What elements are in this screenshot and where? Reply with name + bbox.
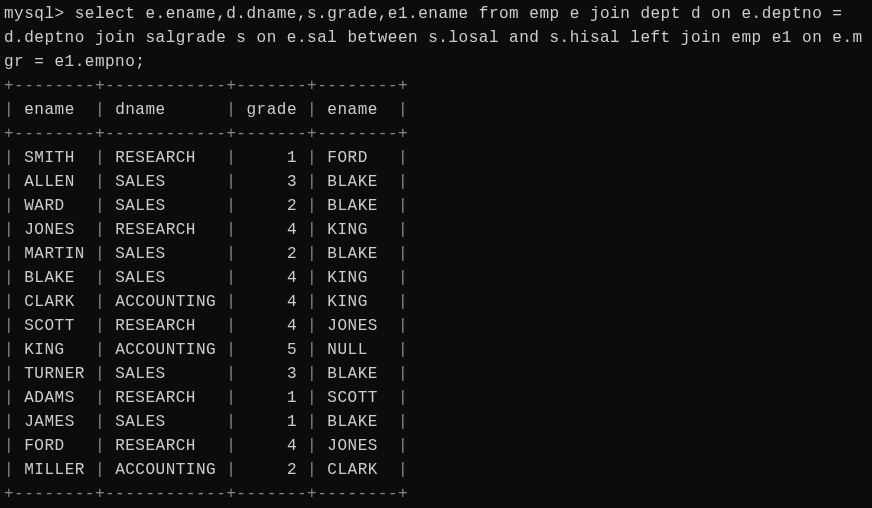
table-row: | BLAKE | SALES | 4 | KING | xyxy=(4,266,868,290)
table-row: | JONES | RESEARCH | 4 | KING | xyxy=(4,218,868,242)
sql-query: select e.ename,d.dname,s.grade,e1.ename … xyxy=(4,5,863,71)
table-row: | WARD | SALES | 2 | BLAKE | xyxy=(4,194,868,218)
table-row: | FORD | RESEARCH | 4 | JONES | xyxy=(4,434,868,458)
table-separator: +--------+------------+-------+--------+ xyxy=(4,482,868,506)
table-separator: +--------+------------+-------+--------+ xyxy=(4,74,868,98)
sql-prompt-line: mysql> select e.ename,d.dname,s.grade,e1… xyxy=(4,2,868,74)
result-table: +--------+------------+-------+--------+… xyxy=(4,74,868,506)
table-row: | JAMES | SALES | 1 | BLAKE | xyxy=(4,410,868,434)
table-row: | ALLEN | SALES | 3 | BLAKE | xyxy=(4,170,868,194)
table-row: | ADAMS | RESEARCH | 1 | SCOTT | xyxy=(4,386,868,410)
table-row: | CLARK | ACCOUNTING | 4 | KING | xyxy=(4,290,868,314)
table-header-row: | ename | dname | grade | ename | xyxy=(4,98,868,122)
table-row: | TURNER | SALES | 3 | BLAKE | xyxy=(4,362,868,386)
table-separator: +--------+------------+-------+--------+ xyxy=(4,122,868,146)
prompt-label: mysql> xyxy=(4,5,65,23)
table-row: | SMITH | RESEARCH | 1 | FORD | xyxy=(4,146,868,170)
table-row: | KING | ACCOUNTING | 5 | NULL | xyxy=(4,338,868,362)
table-row: | MILLER | ACCOUNTING | 2 | CLARK | xyxy=(4,458,868,482)
table-row: | MARTIN | SALES | 2 | BLAKE | xyxy=(4,242,868,266)
table-row: | SCOTT | RESEARCH | 4 | JONES | xyxy=(4,314,868,338)
